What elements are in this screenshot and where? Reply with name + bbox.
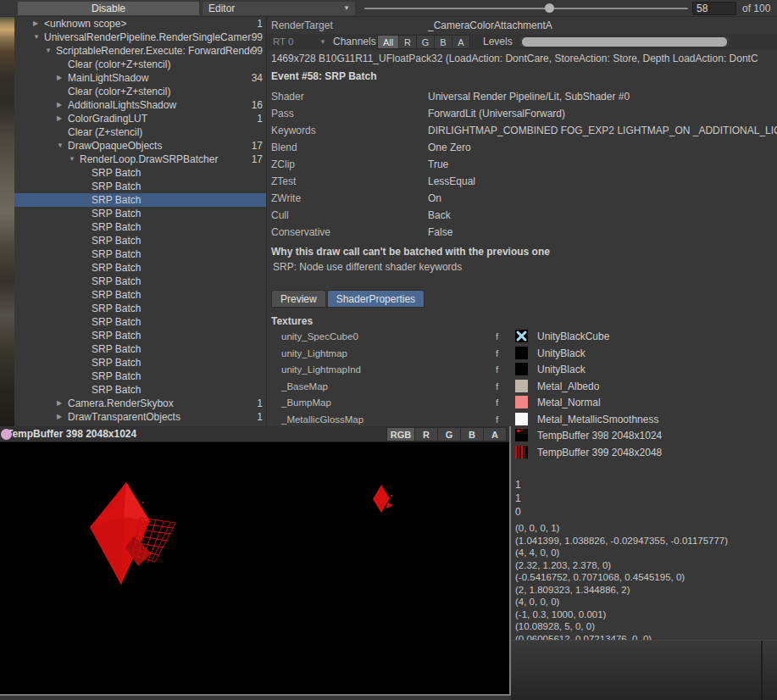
channel-button-all[interactable]: All bbox=[377, 35, 399, 49]
chevron-expanded-icon[interactable]: ▼ bbox=[57, 139, 68, 153]
chevron-expanded-icon[interactable]: ▼ bbox=[33, 31, 44, 44]
texture-asset-name: TempBuffer 398 2048x1024 bbox=[537, 430, 662, 442]
detail-row: CullBack bbox=[267, 207, 777, 224]
detail-row-value: False bbox=[428, 224, 452, 241]
tree-row-label: DrawOpaqueObjects bbox=[68, 139, 252, 153]
texture-swatch-tan-icon[interactable] bbox=[515, 380, 528, 392]
tree-row[interactable]: ▶AdditionalLightsShadow16 bbox=[14, 98, 267, 112]
vector-value: (10.08928, 5, 0, 0) bbox=[515, 620, 728, 633]
tree-row-label: Clear (color+Z+stencil) bbox=[68, 85, 263, 98]
chevron-expanded-icon[interactable]: ▼ bbox=[69, 153, 80, 166]
tree-row[interactable]: ▼RenderLoop.DrawSRPBatcher17 bbox=[14, 153, 267, 166]
texture-swatch-black-icon[interactable] bbox=[515, 363, 528, 375]
tree-row[interactable]: SRP Batch bbox=[14, 207, 267, 220]
tree-row[interactable]: SRP Batch bbox=[14, 288, 267, 302]
preview-channel-button-g[interactable]: G bbox=[438, 427, 461, 442]
tree-row[interactable]: Clear (color+Z+stencil) bbox=[14, 85, 267, 98]
texture-swatch-temp398-icon[interactable] bbox=[515, 429, 528, 442]
detail-row-label: Keywords bbox=[271, 122, 316, 139]
texture-row[interactable]: unity_SpecCube0fUnityBlackCube bbox=[267, 329, 777, 346]
tree-row[interactable]: SRP Batch bbox=[14, 193, 267, 207]
tree-row[interactable]: ▼UniversalRenderPipeline.RenderSingleCam… bbox=[14, 31, 267, 44]
tree-row[interactable]: SRP Batch bbox=[14, 302, 267, 315]
tree-row[interactable]: SRP Batch bbox=[14, 342, 267, 356]
tree-row[interactable]: SRP Batch bbox=[14, 166, 267, 180]
tree-row-count: 17 bbox=[252, 153, 267, 166]
disable-button[interactable]: Disable bbox=[17, 1, 200, 16]
tree-row[interactable]: ▶<unknown scope>1 bbox=[14, 17, 267, 31]
texture-flag: f bbox=[496, 381, 498, 392]
tree-indent-spacer bbox=[80, 261, 92, 275]
channel-button-r[interactable]: R bbox=[399, 35, 417, 49]
tree-row[interactable]: ▶MainLightShadow34 bbox=[14, 71, 267, 85]
textures-header: Textures bbox=[271, 315, 313, 327]
detail-row-value: Back bbox=[428, 207, 451, 224]
texture-property-name: unity_LightmapInd bbox=[281, 364, 361, 375]
tab-shaderproperties[interactable]: ShaderProperties bbox=[327, 290, 425, 308]
texture-row[interactable]: _BaseMapfMetal_Albedo bbox=[267, 379, 777, 396]
preview-channel-button-rgb[interactable]: RGB bbox=[386, 427, 415, 442]
preview-channel-button-a[interactable]: A bbox=[484, 427, 507, 442]
texture-row[interactable]: _BumpMapfMetal_Normal bbox=[267, 395, 777, 412]
tree-row[interactable]: ▼ScriptableRenderer.Execute: ForwardRend… bbox=[14, 44, 267, 58]
chevron-collapsed-icon[interactable]: ▶ bbox=[57, 410, 68, 424]
texture-swatch-blackcube-icon[interactable] bbox=[515, 330, 528, 342]
tree-indent-spacer bbox=[80, 342, 92, 356]
tree-row[interactable]: SRP Batch bbox=[14, 261, 267, 275]
tree-row[interactable]: SRP Batch bbox=[14, 234, 267, 247]
float-value: 0 bbox=[515, 505, 521, 519]
texture-asset-name: Metal_MetallicSmoothness bbox=[537, 414, 658, 425]
detail-row-value: DIRLIGHTMAP_COMBINED FOG_EXP2 LIGHTMAP_O… bbox=[428, 122, 777, 139]
texture-swatch-salmon-icon[interactable] bbox=[515, 396, 528, 408]
chevron-collapsed-icon[interactable]: ▶ bbox=[33, 17, 44, 31]
preview-canvas bbox=[0, 442, 509, 693]
tree-row[interactable]: SRP Batch bbox=[14, 247, 267, 261]
tree-row[interactable]: SRP Batch bbox=[14, 383, 267, 397]
tree-row[interactable]: SRP Batch bbox=[14, 369, 267, 383]
tree-row[interactable]: SRP Batch bbox=[14, 220, 267, 234]
tree-row[interactable]: SRP Batch bbox=[14, 180, 267, 193]
texture-swatch-black-icon[interactable] bbox=[515, 347, 528, 359]
tree-row[interactable]: Clear (Z+stencil) bbox=[14, 125, 267, 139]
detail-row-value: LessEqual bbox=[428, 173, 475, 190]
tree-row-label: SRP Batch bbox=[92, 369, 263, 383]
event-slider-track[interactable] bbox=[364, 8, 688, 9]
chevron-collapsed-icon[interactable]: ▶ bbox=[57, 98, 68, 112]
tree-row[interactable]: SRP Batch bbox=[14, 329, 267, 342]
chevron-expanded-icon[interactable]: ▼ bbox=[45, 44, 56, 58]
editor-dropdown[interactable]: Editor ▼ bbox=[202, 1, 356, 16]
tree-row[interactable]: ▶ColorGradingLUT1 bbox=[14, 112, 267, 125]
tree-row[interactable]: ▶DrawTransparentObjects1 bbox=[14, 410, 267, 424]
texture-row[interactable]: unity_LightmapIndfUnityBlack bbox=[267, 362, 777, 379]
preview-channel-button-r[interactable]: R bbox=[415, 427, 438, 442]
preview-channel-button-b[interactable]: B bbox=[461, 427, 484, 442]
tree-row[interactable]: Clear (color+Z+stencil) bbox=[14, 58, 267, 71]
texture-row[interactable]: unity_LightmapfUnityBlack bbox=[267, 346, 777, 363]
rt-dropdown[interactable]: RT 0 bbox=[273, 34, 294, 50]
event-number-input[interactable]: 58 bbox=[692, 2, 736, 15]
detail-row-label: Pass bbox=[271, 105, 294, 122]
texture-swatch-temp399-icon[interactable] bbox=[515, 446, 528, 458]
chevron-collapsed-icon[interactable]: ▶ bbox=[57, 397, 68, 410]
detail-row-label: ZWrite bbox=[271, 190, 301, 207]
channel-button-a[interactable]: A bbox=[452, 35, 470, 49]
channel-button-b[interactable]: B bbox=[435, 35, 452, 49]
channel-button-g[interactable]: G bbox=[417, 35, 435, 49]
texture-swatch-white-icon[interactable] bbox=[515, 413, 528, 425]
levels-range-slider[interactable] bbox=[520, 37, 729, 47]
tree-row[interactable]: SRP Batch bbox=[14, 275, 267, 288]
shader-detail-rows: ShaderUniversal Render Pipeline/Lit, Sub… bbox=[267, 88, 777, 241]
detail-tabs: PreviewShaderProperties bbox=[271, 290, 425, 308]
texture-asset-name: UnityBlack bbox=[537, 364, 586, 375]
tree-row[interactable]: SRP Batch bbox=[14, 356, 267, 369]
chevron-collapsed-icon[interactable]: ▶ bbox=[57, 112, 68, 125]
tab-preview[interactable]: Preview bbox=[271, 290, 326, 308]
preview-channel-buttons: RGBRGBA bbox=[386, 427, 507, 442]
tree-row-label: ColorGradingLUT bbox=[68, 112, 257, 125]
tree-row[interactable]: ▶Camera.RenderSkybox1 bbox=[14, 397, 267, 410]
tree-row[interactable]: ▼DrawOpaqueObjects17 bbox=[14, 139, 267, 153]
tree-row[interactable]: SRP Batch bbox=[14, 315, 267, 329]
batch-note-title: Why this draw call can't be batched with… bbox=[271, 246, 550, 258]
event-slider-thumb[interactable] bbox=[545, 3, 554, 13]
chevron-collapsed-icon[interactable]: ▶ bbox=[57, 71, 68, 85]
